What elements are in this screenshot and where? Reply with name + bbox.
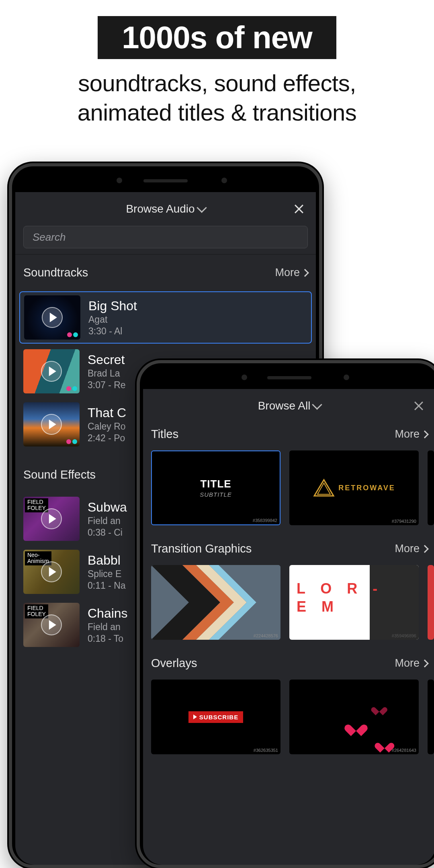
track-info: 0:11 - Na	[88, 580, 126, 591]
track-artist: Field an	[88, 622, 128, 633]
chevron-down-icon	[197, 203, 207, 213]
track-info: 3:30 - Al	[88, 326, 137, 337]
svg-marker-1	[317, 483, 330, 494]
section-header-soundtracks: Soundtracks More	[15, 255, 316, 289]
play-icon[interactable]	[41, 508, 62, 529]
section-header-titles: Titles More	[143, 423, 434, 450]
browse-all-label: Browse All	[258, 399, 311, 412]
track-artist: Field an	[88, 516, 127, 526]
track-thumbnail	[23, 349, 80, 393]
subscribe-label: SUBSCRIBE	[199, 714, 238, 721]
play-icon[interactable]	[41, 414, 62, 435]
more-button[interactable]: More	[395, 657, 428, 669]
provider-dots	[66, 439, 77, 444]
play-icon[interactable]	[41, 361, 62, 382]
track-meta: Secret Brad La 3:07 - Re	[88, 352, 126, 391]
titles-row: TITLE SUBTITLE #358399842 RETROWAVE #379…	[143, 450, 434, 531]
device-camera	[242, 375, 247, 380]
track-title: That C	[88, 405, 126, 420]
track-info: 0:18 - To	[88, 633, 128, 644]
title-card-peek[interactable]	[428, 450, 434, 525]
asset-id: #362635351	[254, 748, 278, 753]
title-text: TITLE	[200, 478, 231, 490]
track-thumbnail	[24, 295, 80, 340]
overlay-card[interactable]: SUBSCRIBE #362635351	[151, 680, 280, 754]
screen-graphics: Browse All Titles More TITLE SUBTITLE #3…	[143, 389, 434, 865]
marketing-header: 1000s of new soundtracks, sound effects,…	[0, 0, 434, 127]
more-button[interactable]: More	[395, 542, 428, 555]
more-label: More	[395, 428, 420, 440]
overlays-row: SUBSCRIBE #362635351 #264281643	[143, 680, 434, 760]
transition-card[interactable]: L O R - E M #359496896	[289, 565, 419, 640]
track-artist: Caley Ro	[88, 421, 126, 432]
heart-icon	[379, 739, 390, 749]
track-meta: Subwa Field an 0:38 - Ci	[88, 500, 127, 538]
track-artist: Brad La	[88, 368, 126, 379]
track-thumbnail	[23, 402, 80, 446]
close-icon[interactable]	[293, 203, 305, 215]
asset-id: #358399842	[253, 518, 277, 523]
track-thumbnail: FIELD FOLEY	[23, 603, 80, 647]
section-title: Sound Effects	[23, 468, 96, 481]
track-thumbnail: FIELD FOLEY	[23, 497, 80, 541]
asset-id: #379431290	[392, 519, 416, 524]
play-icon[interactable]	[41, 561, 62, 582]
device-sensor	[221, 178, 227, 183]
track-title: Babbl	[88, 553, 126, 568]
browse-audio-label: Browse Audio	[126, 203, 194, 215]
chevron-right-icon	[421, 430, 429, 438]
device-sensor	[344, 375, 349, 380]
title-card[interactable]: RETROWAVE #379431290	[289, 450, 419, 525]
overlay-card-peek[interactable]	[428, 680, 434, 754]
device-speaker	[143, 179, 188, 182]
close-icon[interactable]	[413, 400, 424, 411]
more-label: More	[275, 266, 300, 279]
subtitle-text: SUBTITLE	[200, 491, 232, 498]
asset-id: #359496896	[392, 633, 416, 638]
play-icon[interactable]	[41, 614, 62, 635]
transition-card-peek[interactable]	[428, 565, 434, 640]
section-title: Soundtracks	[23, 266, 88, 279]
track-title: Secret	[88, 352, 126, 367]
track-row[interactable]: Big Shot Agat 3:30 - Al	[19, 291, 312, 344]
transition-card[interactable]: #224428576	[151, 565, 280, 640]
track-meta: Babbl Splice E 0:11 - Na	[88, 553, 126, 591]
overlay-card[interactable]: #264281643	[289, 680, 419, 754]
title-card[interactable]: TITLE SUBTITLE #358399842	[151, 450, 280, 525]
device-frame-graphics: Browse All Titles More TITLE SUBTITLE #3…	[137, 360, 434, 868]
headline-highlight: 1000s of new	[98, 16, 336, 59]
track-title: Big Shot	[88, 299, 137, 313]
chevron-right-icon	[301, 269, 309, 277]
track-thumbnail: Neo- Animism	[23, 550, 80, 594]
more-label: More	[395, 542, 420, 555]
provider-dots	[66, 386, 77, 391]
track-info: 3:07 - Re	[88, 380, 126, 391]
section-title: Titles	[151, 428, 178, 441]
section-header-overlays: Overlays More	[143, 645, 434, 680]
more-label: More	[395, 657, 420, 669]
chevron-graphic-icon	[151, 565, 280, 640]
browse-audio-dropdown[interactable]: Browse Audio	[15, 192, 316, 226]
track-info: 2:42 - Po	[88, 433, 126, 444]
more-button[interactable]: More	[395, 428, 428, 440]
subscribe-button-icon: SUBSCRIBE	[188, 711, 243, 723]
section-title: Transition Graphics	[151, 542, 252, 555]
heart-icon	[349, 720, 362, 732]
asset-id: #264281643	[392, 748, 416, 753]
track-meta: Chains Field an 0:18 - To	[88, 606, 128, 644]
track-meta: That C Caley Ro 2:42 - Po	[88, 405, 126, 444]
track-artist: Agat	[88, 314, 137, 325]
transitions-row: #224428576 L O R - E M #359496896	[143, 565, 434, 645]
play-icon[interactable]	[42, 307, 63, 328]
device-speaker	[267, 376, 311, 379]
more-button[interactable]: More	[275, 266, 308, 279]
retrowave-text: RETROWAVE	[338, 484, 395, 492]
track-title: Subwa	[88, 500, 127, 515]
track-info: 0:38 - Ci	[88, 527, 127, 538]
provider-dots	[67, 332, 78, 337]
headline-subtitle: soundtracks, sound effects, animated tit…	[0, 69, 434, 127]
search-input[interactable]: Search	[23, 226, 308, 248]
track-artist: Splice E	[88, 569, 126, 579]
search-placeholder: Search	[33, 231, 66, 244]
browse-all-dropdown[interactable]: Browse All	[143, 389, 434, 423]
